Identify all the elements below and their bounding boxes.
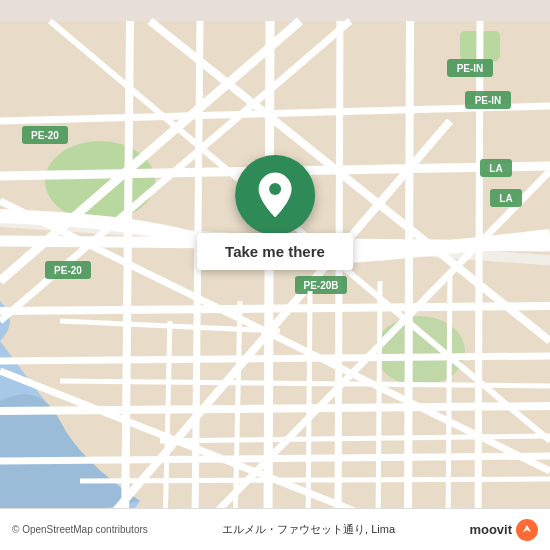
svg-line-17: [408, 21, 410, 529]
map-svg: PE-20 PE-20 PE-20B PE-IN PE-IN LA LA: [0, 0, 550, 550]
map-container: PE-20 PE-20 PE-20B PE-IN PE-IN LA LA: [0, 0, 550, 550]
location-name: エルメル・ファウセット通り: [222, 523, 365, 535]
svg-text:PE-20: PE-20: [54, 265, 82, 276]
svg-text:PE-20: PE-20: [31, 130, 59, 141]
svg-text:LA: LA: [499, 193, 512, 204]
city-name: , Lima: [365, 523, 395, 535]
svg-line-48: [378, 281, 380, 529]
svg-line-9: [0, 306, 550, 311]
bottom-bar: © OpenStreetMap contributors エルメル・ファウセット…: [0, 508, 550, 550]
popup-card: Take me there: [197, 155, 353, 270]
svg-line-16: [338, 21, 340, 529]
moovit-logo-text: moovit: [469, 522, 512, 537]
svg-text:PE-20B: PE-20B: [303, 280, 338, 291]
svg-line-49: [448, 271, 450, 529]
svg-text:PE-IN: PE-IN: [457, 63, 484, 74]
svg-line-10: [0, 356, 550, 361]
svg-line-47: [308, 291, 310, 529]
map-pin-icon: [235, 155, 315, 235]
svg-point-1: [45, 141, 155, 221]
moovit-icon: [516, 519, 538, 541]
moovit-logo: moovit: [469, 519, 538, 541]
copyright-text: © OpenStreetMap contributors: [12, 524, 148, 535]
take-me-there-button[interactable]: Take me there: [197, 233, 353, 270]
svg-text:LA: LA: [489, 163, 502, 174]
svg-line-44: [80, 479, 550, 481]
svg-point-50: [269, 183, 281, 195]
svg-line-13: [125, 21, 130, 529]
location-label: エルメル・ファウセット通り, Lima: [148, 522, 470, 537]
svg-text:PE-IN: PE-IN: [475, 95, 502, 106]
